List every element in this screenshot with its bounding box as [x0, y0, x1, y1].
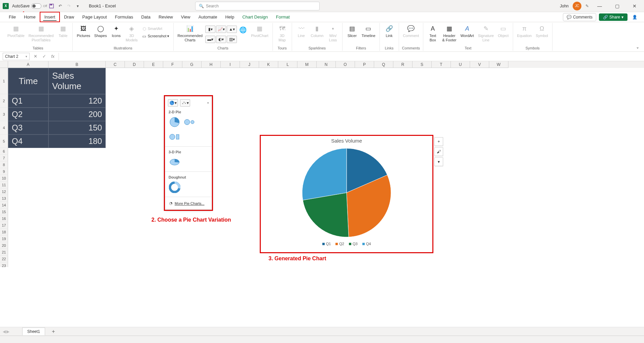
col-header[interactable]: S — [413, 61, 432, 68]
tab-view[interactable]: View — [177, 12, 194, 22]
tab-review[interactable]: Review — [154, 12, 177, 22]
legend-item[interactable]: Q3 — [349, 242, 358, 246]
maps-button[interactable]: 🌐 — [238, 26, 248, 35]
stat-chart-button[interactable]: ◐▾ — [216, 36, 226, 43]
doughnut-option[interactable] — [169, 181, 181, 193]
close-button[interactable]: ✕ — [628, 0, 641, 12]
redo-icon[interactable]: ↷ — [66, 3, 72, 9]
qat-dropdown-icon[interactable]: ▾ — [74, 3, 81, 9]
pivottable-button[interactable]: ▦PivotTable — [6, 24, 26, 39]
tab-help[interactable]: Help — [221, 12, 238, 22]
tab-automate[interactable]: Automate — [194, 12, 221, 22]
sparkline-column-button[interactable]: ▮Column — [310, 24, 325, 39]
symbol-button[interactable]: ΩSymbol — [534, 24, 549, 39]
area-chart-button[interactable]: ▲▾ — [227, 26, 237, 33]
row-header[interactable]: 9 — [0, 168, 8, 175]
sheet-prev-icon[interactable]: ◀ — [3, 329, 6, 334]
legend-item[interactable]: Q1 — [322, 242, 331, 246]
table-cell-value[interactable]: 200 — [48, 108, 106, 121]
row-header[interactable]: 10 — [0, 175, 8, 182]
fx-icon[interactable]: fx — [49, 53, 57, 60]
col-header[interactable]: F — [163, 61, 182, 68]
table-cell-time[interactable]: Q4 — [8, 135, 48, 148]
textbox-button[interactable]: AText Box — [426, 24, 439, 43]
chart-elements-button[interactable]: + — [434, 137, 443, 146]
shapes-button[interactable]: ◯Shapes — [93, 24, 108, 39]
screenshot-button[interactable]: ▭Screenshot ▾ — [140, 33, 171, 40]
tab-formulas[interactable]: Formulas — [111, 12, 137, 22]
sparkline-winloss-button[interactable]: ▪Win/ Loss — [326, 24, 339, 43]
link-button[interactable]: 🔗Link — [383, 24, 396, 39]
row-header[interactable]: 1 — [0, 68, 8, 94]
col-header[interactable]: V — [470, 61, 489, 68]
row-header[interactable]: 22 — [0, 256, 8, 262]
undo-icon[interactable]: ↶ — [57, 3, 64, 9]
row-header[interactable]: 7 — [0, 155, 8, 161]
tab-insert[interactable]: Insert — [40, 12, 60, 22]
legend-item[interactable]: Q4 — [362, 242, 371, 246]
row-header[interactable]: 16 — [0, 215, 8, 222]
col-header[interactable]: H — [202, 61, 221, 68]
col-header[interactable]: L — [278, 61, 297, 68]
chart-legend[interactable]: Q1Q2Q3Q4 — [261, 240, 432, 248]
tab-home[interactable]: Home — [20, 12, 40, 22]
col-header[interactable]: C — [106, 61, 125, 68]
spreadsheet-grid[interactable]: ABCDEFGHIJKLMNOPQRSTUVW 1234567891011121… — [0, 61, 644, 267]
pie-3d-option[interactable] — [169, 156, 181, 168]
sparkline-line-button[interactable]: 〰Line — [295, 24, 308, 39]
col-header[interactable]: U — [451, 61, 470, 68]
combo-chart-button[interactable]: ▨▾ — [227, 36, 237, 43]
pie-chart-plot[interactable] — [299, 146, 394, 240]
object-button[interactable]: ▭Object — [497, 24, 510, 39]
pictures-button[interactable]: 🖼Pictures — [75, 24, 92, 39]
ribbon-mode-icon[interactable]: ✎ — [585, 4, 589, 8]
wordart-button[interactable]: AWordArt — [459, 24, 475, 39]
table-cell-value[interactable]: 150 — [48, 121, 106, 135]
select-all-corner[interactable] — [0, 61, 8, 68]
row-header[interactable]: 20 — [0, 242, 8, 249]
tab-file[interactable]: File — [5, 12, 20, 22]
account-icon[interactable]: 👤 — [630, 15, 639, 20]
chart-styles-button[interactable]: 🖌 — [434, 147, 443, 156]
row-header[interactable]: 14 — [0, 202, 8, 208]
bar-of-pie-option[interactable] — [169, 131, 181, 143]
table-cell-time[interactable]: Q2 — [8, 108, 48, 121]
chart-filters-button[interactable]: ▾ — [434, 157, 443, 166]
toggle-icon[interactable] — [31, 3, 41, 9]
recommended-charts-button[interactable]: 📊Recommended Charts — [176, 24, 204, 43]
maximize-button[interactable]: ▢ — [610, 0, 624, 12]
table-cell-value[interactable]: 180 — [48, 135, 106, 148]
tab-draw[interactable]: Draw — [60, 12, 78, 22]
col-header[interactable]: O — [336, 61, 355, 68]
more-pie-charts-button[interactable]: ◔ More Pie Charts... — [165, 198, 212, 208]
slicer-button[interactable]: ▤Slicer — [345, 24, 359, 39]
pie-2d-option[interactable] — [169, 116, 181, 128]
table-cell-time[interactable]: Q3 — [8, 121, 48, 135]
comment-button[interactable]: 💬Comment — [402, 24, 421, 39]
3dmodels-button[interactable]: ◈3D Models — [124, 24, 139, 43]
sheet-next-icon[interactable]: ▶ — [6, 329, 9, 334]
row-header[interactable]: 13 — [0, 195, 8, 202]
headerfooter-button[interactable]: ▦Header & Footer — [441, 24, 458, 43]
table-button[interactable]: ▦Table — [56, 24, 70, 39]
name-box[interactable]: Chart 2▾ — [3, 53, 30, 60]
tab-page-layout[interactable]: Page Layout — [78, 12, 111, 22]
row-header[interactable]: 18 — [0, 229, 8, 235]
cancel-formula-icon[interactable]: ✕ — [32, 53, 39, 60]
col-header[interactable]: R — [393, 61, 413, 68]
pie-of-pie-option[interactable] — [183, 116, 195, 128]
row-header[interactable]: 2 — [0, 94, 8, 108]
equation-button[interactable]: πEquation — [516, 24, 533, 39]
col-header[interactable]: P — [355, 61, 374, 68]
column-chart-button[interactable]: ▮▾ — [205, 26, 215, 33]
sheet-tab[interactable]: Sheet1 — [22, 328, 45, 335]
col-header[interactable]: W — [489, 61, 508, 68]
collapse-ribbon-icon[interactable]: ⌄ — [635, 23, 641, 51]
tab-data[interactable]: Data — [137, 12, 154, 22]
row-header[interactable]: 12 — [0, 188, 8, 195]
col-header[interactable]: B — [48, 61, 106, 68]
autosave-toggle[interactable]: AutoSave Off — [12, 3, 47, 9]
row-header[interactable]: 11 — [0, 182, 8, 188]
icons-button[interactable]: ✦Icons — [109, 24, 123, 39]
col-header[interactable]: Q — [374, 61, 393, 68]
